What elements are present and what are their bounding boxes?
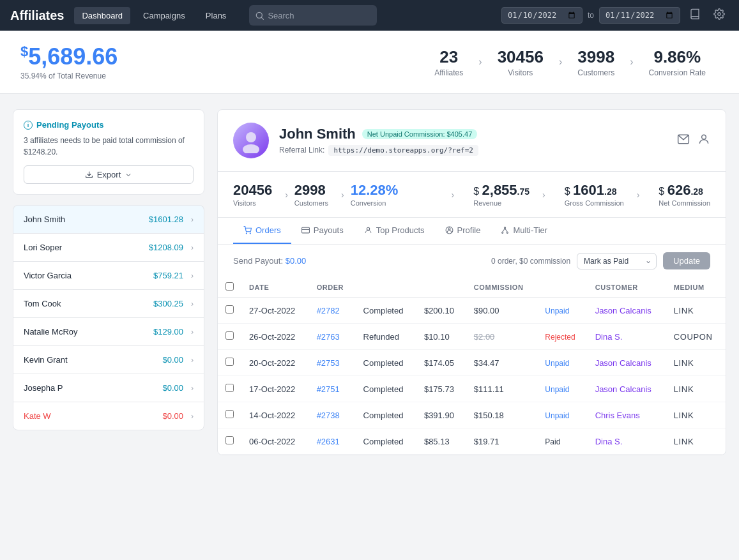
affiliate-name: Lori Soper xyxy=(24,243,62,252)
order-amount: $175.73 xyxy=(416,376,466,402)
affiliates-label: Affiliates xyxy=(434,68,463,77)
conversion-label: Conversion Rate xyxy=(649,68,706,77)
svg-point-2 xyxy=(718,13,721,16)
customer-link[interactable]: Dina S. xyxy=(595,437,623,446)
chevron-right-icon: › xyxy=(191,215,194,224)
order-number-link[interactable]: #2753 xyxy=(317,358,340,368)
orders-toolbar: Send Payout: $0.00 0 order, $0 commissio… xyxy=(218,245,726,277)
order-medium: COUPON xyxy=(666,324,726,350)
tab-multi-tier[interactable]: Multi-Tier xyxy=(491,218,558,244)
row-checkbox[interactable] xyxy=(225,331,234,340)
affiliate-item[interactable]: Kevin Grant $0.00 › xyxy=(13,345,204,374)
order-number-link[interactable]: #2751 xyxy=(317,384,340,394)
row-checkbox[interactable] xyxy=(225,384,234,392)
order-medium: LINK xyxy=(666,376,726,402)
row-checkbox[interactable] xyxy=(225,305,234,314)
download-icon xyxy=(85,170,93,179)
chevron-right-icon: › xyxy=(191,328,194,337)
affiliate-item[interactable]: Tom Cook $300.25 › xyxy=(13,289,204,317)
customer-link[interactable]: Jason Calcanis xyxy=(595,384,651,394)
date-to-input[interactable] xyxy=(599,7,680,24)
order-medium: LINK xyxy=(666,402,726,428)
customer-link[interactable]: Jason Calcanis xyxy=(595,306,651,315)
order-amount: $391.90 xyxy=(416,402,466,428)
nav-plans[interactable]: Plans xyxy=(198,7,234,24)
settings-icon-btn[interactable] xyxy=(710,4,729,26)
user-icon-btn[interactable] xyxy=(697,133,710,149)
svg-point-9 xyxy=(250,233,250,234)
date-from-input[interactable] xyxy=(501,7,583,24)
cart-icon xyxy=(243,226,252,234)
gross-commission-num: $ 1601.28 xyxy=(565,182,624,199)
commission-status: Rejected xyxy=(545,333,575,342)
row-checkbox[interactable] xyxy=(225,410,234,418)
row-checkbox[interactable] xyxy=(225,436,234,444)
affiliate-info: John Smith Net Unpaid Commission: $405.4… xyxy=(279,126,667,156)
chevron-right-icon: › xyxy=(341,190,351,200)
col-order: ORDER xyxy=(309,277,356,298)
commission-status: Unpaid xyxy=(545,359,569,368)
products-icon xyxy=(364,226,372,234)
affiliate-name: Victor Garcia xyxy=(24,271,72,280)
revenue-num: $ 2,855.75 xyxy=(473,182,529,199)
affiliate-item[interactable]: Lori Soper $1208.09 › xyxy=(13,233,204,261)
order-number-link[interactable]: #2763 xyxy=(317,332,340,342)
search-input[interactable] xyxy=(268,11,357,20)
chevron-right-icon: › xyxy=(191,271,194,280)
referral-link-label: Referral Link: xyxy=(279,146,324,155)
col-customer: CUSTOMER xyxy=(588,277,666,298)
conversion-detail-stat: 12.28% Conversion xyxy=(351,182,411,207)
profile-icon xyxy=(445,226,453,234)
order-commission: $111.11 xyxy=(466,376,538,402)
affiliate-item[interactable]: Josepha P $0.00 › xyxy=(13,374,204,402)
nav-campaigns[interactable]: Campaigns xyxy=(135,7,193,24)
select-all-checkbox[interactable] xyxy=(225,282,234,291)
order-commission: $19.71 xyxy=(466,428,538,455)
affiliate-amount: $1601.28 xyxy=(149,215,183,224)
tab-payouts[interactable]: Payouts xyxy=(291,218,354,244)
customers-stat: 3998 Customers › xyxy=(565,47,636,77)
svg-point-8 xyxy=(246,233,247,234)
customers-label: Customers xyxy=(577,68,614,77)
book-icon-btn[interactable] xyxy=(685,4,705,26)
chevron-right-icon: › xyxy=(191,384,194,393)
chevron-right-icon: › xyxy=(476,56,484,68)
tab-profile[interactable]: Profile xyxy=(435,218,491,244)
net-commission-lbl: Net Commission xyxy=(659,199,710,207)
affiliate-item[interactable]: Victor Garcia $759.21 › xyxy=(13,261,204,289)
order-status: Completed xyxy=(356,298,416,324)
avatar-image xyxy=(238,128,264,153)
update-button[interactable]: Update xyxy=(663,252,710,269)
customer-link[interactable]: Dina S. xyxy=(595,332,623,342)
row-checkbox[interactable] xyxy=(225,358,234,366)
order-number-link[interactable]: #2631 xyxy=(317,437,340,446)
order-medium: LINK xyxy=(666,350,726,376)
export-button[interactable]: Export xyxy=(24,165,194,184)
app-brand: Affiliates xyxy=(10,8,64,23)
table-row: 06-Oct-2022 #2631 Completed $85.13 $19.7… xyxy=(218,428,726,455)
affiliate-amount: $300.25 xyxy=(153,299,183,308)
order-amount: $200.10 xyxy=(416,298,466,324)
affiliate-item[interactable]: Natalie McRoy $129.00 › xyxy=(13,317,204,345)
tab-top-products[interactable]: Top Products xyxy=(354,218,435,244)
affiliate-item[interactable]: John Smith $1601.28 › xyxy=(13,205,204,233)
svg-point-16 xyxy=(502,232,503,233)
referral-url: https://demo.storeapps.org/?ref=2 xyxy=(328,145,478,156)
table-row: 20-Oct-2022 #2753 Completed $174.05 $34.… xyxy=(218,350,726,376)
affiliate-amount: $1208.09 xyxy=(149,243,183,252)
customer-link[interactable]: Chris Evans xyxy=(595,411,640,420)
mark-paid-select[interactable]: Mark as Paid Mark as Unpaid xyxy=(577,253,657,269)
customer-link[interactable]: Jason Calcanis xyxy=(595,358,651,368)
order-number-link[interactable]: #2738 xyxy=(317,411,340,420)
customers-num: 2998 xyxy=(294,182,328,199)
nav-dashboard[interactable]: Dashboard xyxy=(74,7,130,24)
order-number-link[interactable]: #2782 xyxy=(317,306,340,315)
visitors-label: Visitors xyxy=(498,68,544,77)
affiliate-item[interactable]: Kate W $0.00 › xyxy=(13,402,204,430)
order-date: 06-Oct-2022 xyxy=(241,428,309,455)
order-amount: $10.10 xyxy=(416,324,466,350)
table-row: 17-Oct-2022 #2751 Completed $175.73 $111… xyxy=(218,376,726,402)
email-icon-btn[interactable] xyxy=(677,133,690,149)
tab-orders[interactable]: Orders xyxy=(233,218,291,244)
mark-paid-wrapper: Mark as Paid Mark as Unpaid xyxy=(577,253,657,269)
